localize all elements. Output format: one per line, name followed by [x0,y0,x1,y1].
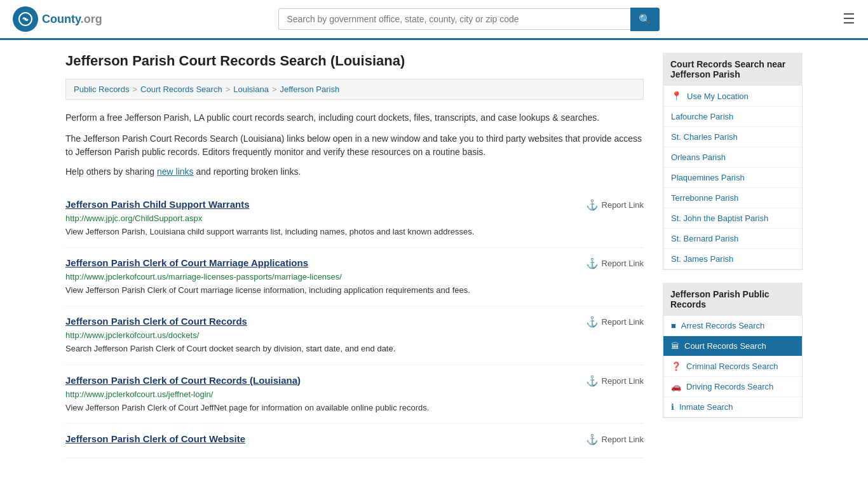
breadcrumb-court-records[interactable]: Court Records Search [140,85,222,94]
sidebar-item-terrebonne[interactable]: Terrebonne Parish [663,188,802,208]
result-header: Jefferson Parish Child Support Warrants … [65,199,644,211]
sidebar-item-lafourche[interactable]: Lafourche Parish [663,107,802,127]
sidebar-item-label: Driving Records Search [686,382,773,391]
search-input[interactable] [278,8,630,30]
sidebar-nearby-title: Court Records Search near Jefferson Pari… [663,53,803,86]
search-button[interactable]: 🔍 [630,8,660,31]
arrest-icon: ■ [671,321,676,330]
svg-point-1 [24,18,27,20]
breadcrumb-louisiana[interactable]: Louisiana [233,85,269,94]
report-link[interactable]: ⚓ Report Link [586,199,644,211]
report-icon: ⚓ [586,375,599,387]
sidebar-item-use-my-location[interactable]: 📍 Use My Location [663,86,802,107]
breadcrumb-jefferson-parish[interactable]: Jefferson Parish [280,85,340,94]
result-title[interactable]: Jefferson Parish Clerk of Court Marriage… [65,257,308,268]
report-link[interactable]: ⚓ Report Link [586,375,644,387]
report-link[interactable]: ⚓ Report Link [586,257,644,269]
sidebar-public-records-section: Jefferson Parish Public Records ■ Arrest… [663,283,803,418]
result-url[interactable]: http://www.jpclerkofcourt.us/marriage-li… [65,272,644,281]
sidebar-item-label: Terrebonne Parish [671,193,738,203]
result-desc: View Jefferson Parish Clerk of Court mar… [65,285,644,296]
result-desc: View Jefferson Parish Clerk of Court Jef… [65,402,644,414]
breadcrumb-public-records[interactable]: Public Records [74,85,129,94]
sidebar-item-label: Use My Location [687,92,749,101]
report-label: Report Link [602,259,644,268]
sidebar-public-records-title: Jefferson Parish Public Records [663,283,803,316]
sidebar-item-st-bernard[interactable]: St. Bernard Parish [663,229,802,249]
result-header: Jefferson Parish Clerk of Court Marriage… [65,257,644,269]
sidebar-item-st-john[interactable]: St. John the Baptist Parish [663,208,802,229]
sidebar-item-court-records[interactable]: 🏛 Court Records Search [663,336,802,356]
report-icon: ⚓ [586,257,599,269]
sidebar-item-label: Court Records Search [684,341,766,351]
logo-icon [13,6,38,32]
result-url[interactable]: http://www.jpclerkofcourt.us/jeffnet-log… [65,390,644,399]
result-title[interactable]: Jefferson Parish Child Support Warrants [65,199,250,210]
sidebar-item-st-james[interactable]: St. James Parish [663,249,802,269]
result-title[interactable]: Jefferson Parish Clerk of Court Records … [65,375,301,386]
breadcrumb-sep-3: > [272,85,277,94]
report-label: Report Link [602,200,644,210]
result-item: Jefferson Parish Clerk of Court Marriage… [65,248,644,306]
sidebar-item-label: Orleans Parish [671,152,726,162]
result-header: Jefferson Parish Clerk of Court Website … [65,433,644,445]
sidebar-item-criminal-records[interactable]: ❓ Criminal Records Search [663,356,802,377]
result-item: Jefferson Parish Clerk of Court Records … [65,306,644,365]
sidebar: Court Records Search near Jefferson Pari… [663,53,803,458]
sidebar-item-label: St. James Parish [671,254,733,264]
result-item: Jefferson Parish Clerk of Court Website … [65,424,644,458]
sidebar-item-label: Plaquemines Parish [671,173,745,182]
sidebar-item-driving-records[interactable]: 🚗 Driving Records Search [663,377,802,397]
result-url[interactable]: http://www.jpclerkofcourt.us/dockets/ [65,330,644,340]
sidebar-public-records-list: ■ Arrest Records Search 🏛 Court Records … [663,316,803,418]
result-item: Jefferson Parish Child Support Warrants … [65,189,644,248]
report-label: Report Link [602,376,644,386]
result-item: Jefferson Parish Clerk of Court Records … [65,365,644,424]
page-wrapper: Jefferson Parish Court Records Search (L… [53,40,815,471]
help-post: and reporting broken links. [194,166,301,177]
sidebar-item-label: St. Bernard Parish [671,234,738,243]
sidebar-nearby-section: Court Records Search near Jefferson Pari… [663,53,803,270]
sidebar-item-label: St. Charles Parish [671,132,738,142]
court-icon: 🏛 [671,341,679,351]
site-header: County.org 🔍 ☰ [0,0,868,40]
sidebar-nearby-list: 📍 Use My Location Lafourche Parish St. C… [663,86,803,270]
breadcrumb-sep-1: > [132,85,137,94]
sidebar-item-arrest-records[interactable]: ■ Arrest Records Search [663,316,802,336]
result-header: Jefferson Parish Clerk of Court Records … [65,375,644,387]
breadcrumb-sep-2: > [226,85,231,94]
sidebar-item-label: Lafourche Parish [671,112,733,121]
search-area: 🔍 [278,8,660,31]
report-icon: ⚓ [586,199,599,211]
page-title: Jefferson Parish Court Records Search (L… [65,53,644,69]
result-title[interactable]: Jefferson Parish Clerk of Court Website [65,433,245,444]
report-label: Report Link [602,435,644,444]
menu-icon[interactable]: ☰ [843,11,855,27]
criminal-icon: ❓ [671,362,681,371]
description-1: Perform a free Jefferson Parish, LA publ… [65,111,644,125]
driving-icon: 🚗 [671,382,681,391]
breadcrumb: Public Records > Court Records Search > … [65,79,644,100]
sidebar-item-label: Inmate Search [679,402,733,412]
report-label: Report Link [602,317,644,327]
help-text: Help others by sharing new links and rep… [65,166,644,177]
report-icon: ⚓ [586,316,599,328]
sidebar-item-orleans[interactable]: Orleans Parish [663,147,802,168]
result-title[interactable]: Jefferson Parish Clerk of Court Records [65,316,247,327]
report-link[interactable]: ⚓ Report Link [586,316,644,328]
report-icon: ⚓ [586,433,599,445]
sidebar-item-inmate-search[interactable]: ℹ Inmate Search [663,397,802,417]
sidebar-item-label: St. John the Baptist Parish [671,214,768,223]
sidebar-item-plaquemines[interactable]: Plaquemines Parish [663,168,802,188]
sidebar-item-label: Criminal Records Search [686,362,778,371]
description-2: The Jefferson Parish Court Records Searc… [65,132,644,159]
site-logo[interactable]: County.org [13,6,102,32]
sidebar-item-st-charles[interactable]: St. Charles Parish [663,127,802,147]
help-pre: Help others by sharing [65,166,157,177]
result-url[interactable]: http://www.jpjc.org/ChildSupport.aspx [65,214,644,223]
results-list: Jefferson Parish Child Support Warrants … [65,189,644,458]
result-desc: View Jefferson Parish, Louisiana child s… [65,226,644,238]
new-links[interactable]: new links [157,166,194,177]
inmate-icon: ℹ [671,402,674,412]
report-link[interactable]: ⚓ Report Link [586,433,644,445]
